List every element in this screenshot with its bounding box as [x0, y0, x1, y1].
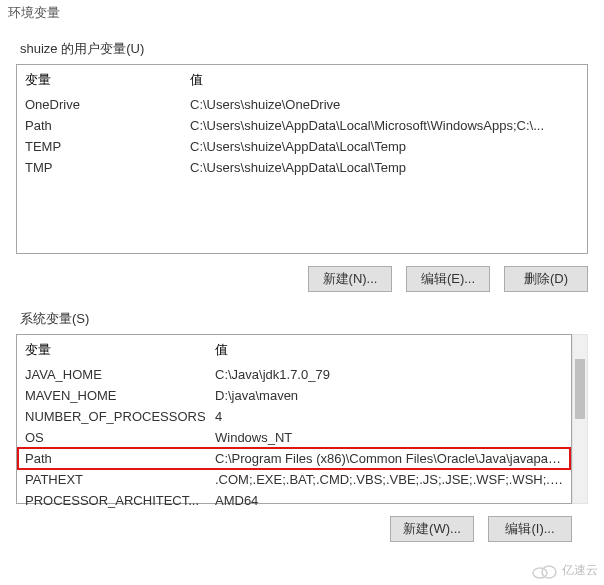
- cell-value: C:\Program Files (x86)\Common Files\Orac…: [215, 451, 563, 466]
- table-row[interactable]: OneDrive C:\Users\shuize\OneDrive: [17, 94, 587, 115]
- system-table-header: 变量 值: [17, 335, 571, 364]
- cell-variable: PATHEXT: [25, 472, 215, 487]
- cell-variable: Path: [25, 118, 190, 133]
- user-vars-table[interactable]: 变量 值 OneDrive C:\Users\shuize\OneDrive P…: [16, 64, 588, 254]
- cell-value: C:\Java\jdk1.7.0_79: [215, 367, 563, 382]
- dialog-body: shuize 的用户变量(U) 变量 值 OneDrive C:\Users\s…: [0, 40, 604, 570]
- system-table-wrapper: 变量 值 JAVA_HOME C:\Java\jdk1.7.0_79 MAVEN…: [16, 334, 572, 504]
- cell-value: Windows_NT: [215, 430, 563, 445]
- user-delete-button[interactable]: 删除(D): [504, 266, 588, 292]
- system-edit-button[interactable]: 编辑(I)...: [488, 516, 572, 542]
- table-row[interactable]: Path C:\Users\shuize\AppData\Local\Micro…: [17, 115, 587, 136]
- system-vars-label: 系统变量(S): [20, 310, 588, 328]
- title-text: 环境变量: [8, 5, 60, 20]
- dialog-title: 环境变量: [0, 0, 604, 30]
- cell-variable: TMP: [25, 160, 190, 175]
- header-value: 值: [215, 341, 563, 359]
- header-variable: 变量: [25, 341, 215, 359]
- cell-variable: JAVA_HOME: [25, 367, 215, 382]
- cell-value: C:\Users\shuize\AppData\Local\Temp: [190, 160, 579, 175]
- system-new-button[interactable]: 新建(W)...: [390, 516, 474, 542]
- cell-variable: PROCESSOR_ARCHITECT...: [25, 493, 215, 508]
- cell-value: AMD64: [215, 493, 563, 508]
- cell-value: C:\Users\shuize\AppData\Local\Microsoft\…: [190, 118, 579, 133]
- cell-variable: OS: [25, 430, 215, 445]
- user-vars-label: shuize 的用户变量(U): [20, 40, 588, 58]
- watermark: 亿速云: [530, 561, 598, 579]
- watermark-text: 亿速云: [562, 562, 598, 579]
- header-variable: 变量: [25, 71, 190, 89]
- cell-value: D:\java\maven: [215, 388, 563, 403]
- user-new-button[interactable]: 新建(N)...: [308, 266, 392, 292]
- scrollbar[interactable]: [572, 334, 588, 504]
- user-table-header: 变量 值: [17, 65, 587, 94]
- system-vars-table[interactable]: 变量 值 JAVA_HOME C:\Java\jdk1.7.0_79 MAVEN…: [16, 334, 572, 504]
- cell-variable: TEMP: [25, 139, 190, 154]
- cell-value: .COM;.EXE;.BAT;.CMD;.VBS;.VBE;.JS;.JSE;.…: [215, 472, 563, 487]
- cell-variable: NUMBER_OF_PROCESSORS: [25, 409, 215, 424]
- cell-value: C:\Users\shuize\AppData\Local\Temp: [190, 139, 579, 154]
- table-row[interactable]: PROCESSOR_ARCHITECT... AMD64: [17, 490, 571, 511]
- cell-variable: MAVEN_HOME: [25, 388, 215, 403]
- table-row[interactable]: MAVEN_HOME D:\java\maven: [17, 385, 571, 406]
- system-button-row: 新建(W)... 编辑(I)...: [16, 516, 572, 542]
- user-button-row: 新建(N)... 编辑(E)... 删除(D): [16, 266, 588, 292]
- cell-value: 4: [215, 409, 563, 424]
- user-edit-button[interactable]: 编辑(E)...: [406, 266, 490, 292]
- table-row[interactable]: PATHEXT .COM;.EXE;.BAT;.CMD;.VBS;.VBE;.J…: [17, 469, 571, 490]
- table-row[interactable]: JAVA_HOME C:\Java\jdk1.7.0_79: [17, 364, 571, 385]
- table-row-highlighted[interactable]: Path C:\Program Files (x86)\Common Files…: [17, 447, 571, 470]
- cloud-icon: [530, 561, 558, 579]
- cell-variable: OneDrive: [25, 97, 190, 112]
- header-value: 值: [190, 71, 579, 89]
- table-row[interactable]: TEMP C:\Users\shuize\AppData\Local\Temp: [17, 136, 587, 157]
- scrollbar-thumb[interactable]: [575, 359, 585, 419]
- svg-point-1: [542, 566, 556, 578]
- cell-value: C:\Users\shuize\OneDrive: [190, 97, 579, 112]
- cell-variable: Path: [25, 451, 215, 466]
- table-row[interactable]: TMP C:\Users\shuize\AppData\Local\Temp: [17, 157, 587, 178]
- table-row[interactable]: NUMBER_OF_PROCESSORS 4: [17, 406, 571, 427]
- table-row[interactable]: OS Windows_NT: [17, 427, 571, 448]
